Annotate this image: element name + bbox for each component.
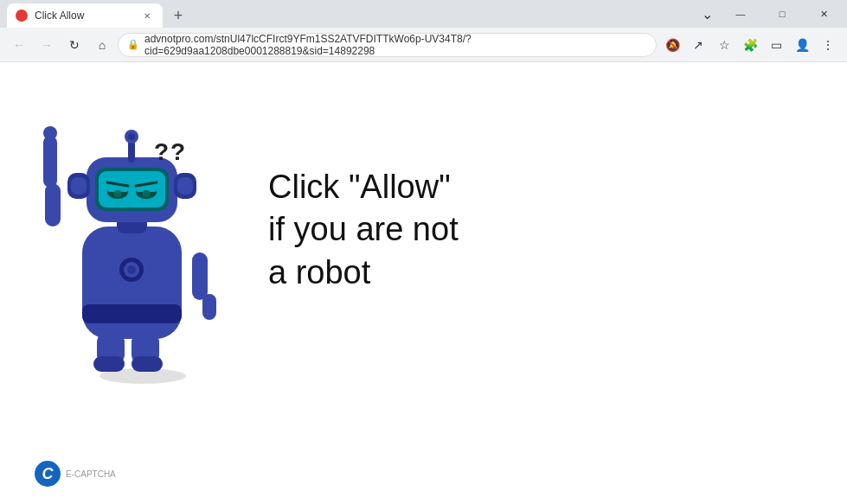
robot-illustration (35, 97, 225, 373)
extensions-button[interactable]: 🧩 (738, 33, 762, 57)
message-line3: a robot (268, 254, 370, 290)
svg-point-9 (127, 265, 136, 274)
tab-title: Click Allow (35, 10, 133, 22)
url-text: advnotpro.com/stnUl47lcCFIrct9YFm1SS2ATV… (144, 33, 647, 57)
tab-strip: Click Allow ✕ + (0, 0, 695, 28)
svg-rect-32 (132, 356, 163, 372)
address-bar[interactable]: 🔒 advnotpro.com/stnUl47lcCFIrct9YFm1SS2A… (118, 33, 657, 57)
maximize-button[interactable]: □ (762, 0, 802, 28)
refresh-button[interactable]: ↻ (62, 33, 87, 57)
question-marks: ?? (154, 138, 187, 166)
back-button[interactable]: ← (7, 33, 31, 57)
svg-rect-30 (93, 356, 125, 372)
tab-close-button[interactable]: ✕ (140, 9, 154, 22)
ecaptcha-label: E-CAPTCHA (66, 469, 116, 480)
robot-container: ?? (35, 97, 251, 384)
notifications-off-button[interactable]: 🔕 (660, 33, 684, 57)
message-line1: Click "Allow" (268, 169, 451, 205)
share-button[interactable]: ↗ (686, 33, 710, 57)
message-line2: if you are not (268, 211, 459, 247)
profile-button[interactable]: 👤 (790, 33, 814, 57)
ecaptcha-logo: C E-CAPTCHA (35, 461, 116, 487)
svg-rect-1 (43, 136, 57, 188)
home-button[interactable]: ⌂ (90, 33, 114, 57)
svg-rect-0 (45, 183, 61, 226)
svg-rect-4 (202, 294, 216, 320)
nav-bar: ← → ↻ ⌂ 🔒 advnotpro.com/stnUl47lcCFIrct9… (0, 28, 847, 62)
minimize-button[interactable]: — (721, 0, 760, 28)
nav-actions: 🔕 ↗ ☆ 🧩 ▭ 👤 ⋮ (660, 33, 840, 57)
window-controls: ⌄ — □ ✕ (695, 0, 847, 28)
new-tab-button[interactable]: + (166, 3, 190, 28)
close-button[interactable]: ✕ (804, 0, 844, 28)
svg-point-24 (128, 133, 135, 140)
svg-point-16 (113, 190, 122, 197)
svg-rect-28 (177, 177, 193, 195)
tab-favicon (16, 10, 28, 22)
svg-point-19 (142, 190, 151, 197)
message-container: Click "Allow" if you are not a robot (251, 97, 459, 294)
message-text: Click "Allow" if you are not a robot (268, 166, 459, 294)
three-dots-icon[interactable]: ⌄ (695, 2, 719, 26)
page-content: ?? (0, 62, 847, 504)
bookmark-button[interactable]: ☆ (712, 33, 736, 57)
lock-icon: 🔒 (127, 39, 139, 50)
ecaptcha-icon: C (35, 461, 61, 487)
browser-window: Click Allow ✕ + ⌄ — □ ✕ ← → ↻ ⌂ 🔒 advnot… (0, 0, 847, 504)
active-tab[interactable]: Click Allow ✕ (7, 3, 163, 28)
svg-rect-6 (82, 304, 182, 323)
sidebar-button[interactable]: ▭ (764, 33, 788, 57)
svg-point-2 (43, 126, 57, 140)
title-bar: Click Allow ✕ + ⌄ — □ ✕ (0, 0, 847, 28)
svg-rect-3 (192, 252, 208, 300)
forward-button[interactable]: → (35, 33, 59, 57)
more-menu-button[interactable]: ⋮ (816, 33, 840, 57)
svg-rect-26 (71, 177, 87, 195)
